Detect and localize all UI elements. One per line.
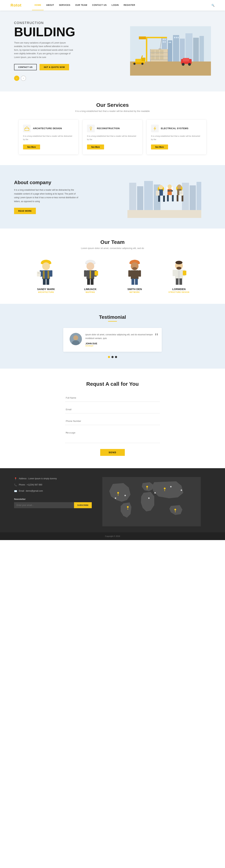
email-icon: ✉️ — [14, 490, 17, 493]
hero-description: There are many variations of passages of… — [14, 41, 74, 59]
testimonial-section: Testimonial ipsum dolor sit amet, consec… — [0, 304, 225, 369]
svg-rect-99 — [84, 270, 86, 277]
service-header-electrical: ELECTRICAL SYSTEMS — [151, 125, 202, 132]
architecture-icon — [23, 125, 31, 132]
service-header-reconstruction: RECONSTRUCTION — [87, 125, 138, 132]
newsletter-subscribe-button[interactable]: SUBSCRIBE — [74, 502, 92, 508]
dot-3[interactable] — [115, 356, 117, 358]
arrow-prev-button[interactable]: ‹ — [14, 75, 19, 81]
svg-rect-8 — [163, 39, 164, 40]
svg-point-140 — [148, 497, 150, 499]
svg-rect-68 — [167, 195, 169, 202]
workers-illustration — [127, 176, 201, 218]
contact-us-button[interactable]: CONTACT US — [14, 64, 37, 70]
svg-rect-64 — [156, 191, 159, 195]
svg-rect-67 — [167, 189, 172, 195]
nav-login[interactable]: LOGIN — [109, 0, 121, 10]
nav-contact[interactable]: CONTACT US — [90, 0, 109, 10]
nav-home[interactable]: HOME — [32, 0, 44, 10]
see-more-architecture-button[interactable]: See More — [23, 145, 40, 149]
newsletter-form: SUBSCRIBE — [14, 502, 92, 508]
svg-point-66 — [167, 185, 172, 189]
arrow-next-button[interactable]: › — [21, 75, 26, 81]
dot-2[interactable] — [111, 356, 114, 358]
logo[interactable]: Rotot — [10, 3, 22, 7]
nav-links: HOME ABOUT SERVICES OUR TEAM CONTACT US … — [32, 0, 212, 10]
svg-rect-45 — [25, 128, 29, 130]
svg-rect-25 — [156, 50, 159, 55]
svg-rect-108 — [128, 270, 131, 277]
team-name-sandy: SANDY MARK — [27, 287, 65, 290]
svg-rect-85 — [47, 271, 49, 279]
svg-point-82 — [42, 262, 50, 270]
testimonial-role: Developer — [85, 345, 155, 347]
testimonial-underline — [108, 321, 117, 321]
full-name-input[interactable] — [65, 394, 160, 402]
contact-form: SEND — [65, 394, 160, 456]
newsletter-label: Newsletter — [14, 498, 92, 500]
svg-rect-56 — [190, 185, 196, 211]
team-grid: SANDY MARK ARCHITECTURE — [14, 256, 211, 293]
svg-rect-71 — [170, 190, 173, 191]
svg-rect-89 — [50, 270, 52, 277]
search-icon[interactable]: 🔍 — [212, 4, 215, 7]
svg-marker-50 — [154, 126, 156, 130]
svg-rect-69 — [172, 195, 174, 202]
team-member-limijack: LIMIJACK MAPPING — [71, 256, 110, 293]
svg-point-73 — [177, 185, 181, 189]
svg-rect-63 — [163, 195, 165, 202]
send-button[interactable]: SEND — [100, 449, 125, 456]
dot-1[interactable] — [108, 356, 110, 358]
team-member-sandy: SANDY MARK ARCHITECTURE — [27, 256, 65, 293]
see-more-reconstruction-button[interactable]: See More — [87, 145, 104, 149]
testimonial-card: ipsum dolor sit amet, consectetur adipis… — [63, 328, 162, 352]
get-quote-button[interactable]: GET A QUOTE NOW — [40, 64, 69, 70]
svg-rect-18 — [146, 37, 147, 62]
svg-point-142 — [170, 486, 172, 487]
services-grid: ARCHITECTURE DESIGN It is a long establi… — [14, 120, 211, 155]
footer-address-text: Address : Lorem Ipsum is simply dummy — [19, 477, 57, 480]
message-input[interactable] — [65, 429, 160, 443]
footer-email: ✉️ Email : demo@gmail.com — [14, 489, 92, 493]
svg-rect-117 — [173, 270, 175, 276]
svg-rect-3 — [173, 35, 179, 62]
svg-rect-106 — [132, 279, 134, 285]
footer-copyright: Copyright © 2019 — [0, 532, 225, 540]
service-desc-reconstruction: It is a long established fact that a rea… — [87, 134, 138, 141]
location-icon: 📍 — [14, 477, 17, 480]
svg-rect-36 — [183, 58, 189, 62]
svg-rect-51 — [129, 183, 136, 211]
team-avatar-sandy — [34, 256, 59, 285]
team-role-smith: NETWORK — [115, 291, 154, 293]
nav-team[interactable]: OUR TEAM — [73, 0, 90, 10]
svg-rect-57 — [196, 182, 201, 211]
about-content: About company It is a long established f… — [14, 180, 107, 214]
svg-rect-40 — [142, 58, 145, 61]
world-map-illustration — [102, 477, 201, 526]
about-read-more-button[interactable]: Read More — [14, 208, 36, 214]
svg-point-127 — [118, 495, 118, 496]
svg-rect-70 — [167, 190, 170, 191]
svg-rect-29 — [160, 55, 163, 60]
svg-rect-58 — [127, 210, 201, 218]
svg-rect-9 — [164, 39, 165, 40]
testimonial-title: Testimonial — [14, 314, 211, 320]
testimonial-dots — [14, 356, 211, 358]
footer-info: 📍 Address : Lorem Ipsum is simply dummy … — [14, 477, 92, 508]
newsletter-input[interactable] — [14, 502, 74, 508]
svg-rect-22 — [139, 36, 146, 39]
nav-register[interactable]: REGISTER — [121, 0, 138, 10]
footer-email-text: Email : demo@gmail.com — [19, 489, 43, 493]
phone-icon: 📞 — [14, 484, 17, 486]
nav-services[interactable]: SERVICES — [57, 0, 73, 10]
email-input[interactable] — [65, 406, 160, 413]
phone-input[interactable] — [65, 417, 160, 425]
team-name-limijack: LIMIJACK — [71, 287, 110, 290]
see-more-electrical-button[interactable]: See More — [151, 145, 168, 149]
contact-section: Requst A call for You SEND — [0, 369, 225, 468]
svg-point-130 — [127, 509, 128, 509]
reconstruction-icon — [87, 125, 95, 132]
nav-about[interactable]: ABOUT — [44, 0, 57, 10]
team-member-lormden: LORMDEN STRUCTURE DESIGN — [160, 256, 198, 293]
services-subtitle: It is a long established fact that a rea… — [14, 110, 211, 113]
